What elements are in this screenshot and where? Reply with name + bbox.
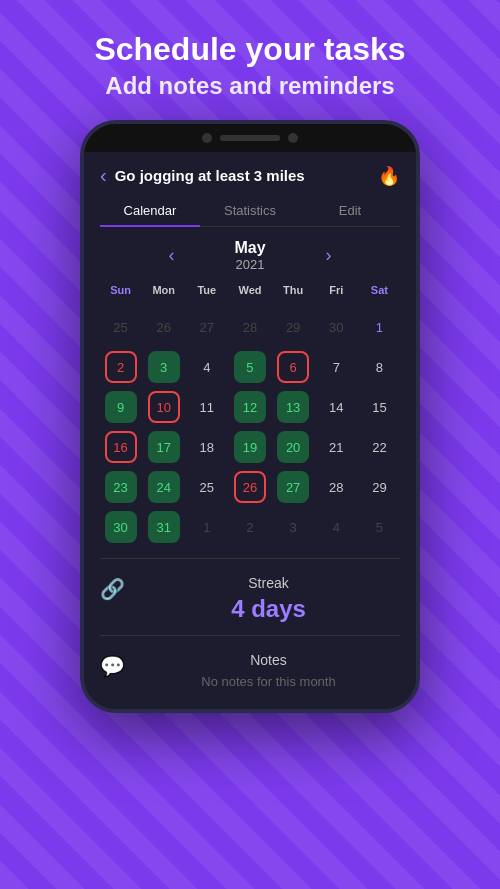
table-row[interactable]: 25 <box>186 468 227 506</box>
day-header-tue: Tue <box>186 280 227 300</box>
table-row[interactable]: 5 <box>359 508 400 546</box>
top-section: Schedule your tasks Add notes and remind… <box>0 0 500 120</box>
table-row[interactable]: 15 <box>359 388 400 426</box>
tab-calendar[interactable]: Calendar <box>100 195 200 226</box>
table-row[interactable]: 9 <box>100 388 141 426</box>
camera-dot-2 <box>288 133 298 143</box>
table-row[interactable]: 12 <box>229 388 270 426</box>
month-year-display: May 2021 <box>234 239 265 272</box>
table-row[interactable]: 17 <box>143 428 184 466</box>
table-row[interactable]: 1 <box>359 308 400 346</box>
table-row[interactable]: 29 <box>273 308 314 346</box>
day-header-thu: Thu <box>273 280 314 300</box>
table-row[interactable]: 6 <box>273 348 314 386</box>
notes-icon: 💬 <box>100 654 125 678</box>
divider-1 <box>100 558 400 559</box>
table-row[interactable]: 31 <box>143 508 184 546</box>
table-row[interactable]: 2 <box>100 348 141 386</box>
streak-label: Streak <box>137 575 400 591</box>
app-header: ‹ Go jogging at least 3 miles 🔥 <box>100 152 400 195</box>
table-row[interactable]: 28 <box>316 468 357 506</box>
app-title: Go jogging at least 3 miles <box>115 167 370 184</box>
table-row[interactable]: 5 <box>229 348 270 386</box>
table-row[interactable]: 3 <box>143 348 184 386</box>
table-row[interactable]: 27 <box>186 308 227 346</box>
table-row[interactable]: 24 <box>143 468 184 506</box>
notes-section: 💬 Notes No notes for this month <box>100 652 400 689</box>
phone-mockup: ‹ Go jogging at least 3 miles 🔥 Calendar… <box>80 120 420 713</box>
table-row[interactable]: 7 <box>316 348 357 386</box>
streak-value: 4 days <box>137 595 400 623</box>
table-row[interactable]: 13 <box>273 388 314 426</box>
subheadline: Add notes and reminders <box>20 72 480 100</box>
streak-content: Streak 4 days <box>137 575 400 623</box>
day-header-mon: Mon <box>143 280 184 300</box>
day-header-wed: Wed <box>229 280 270 300</box>
table-row[interactable]: 1 <box>186 508 227 546</box>
table-row[interactable]: 11 <box>186 388 227 426</box>
day-header-sun: Sun <box>100 280 141 300</box>
streak-section: 🔗 Streak 4 days <box>100 575 400 623</box>
calendar-grid: Sun Mon Tue Wed Thu Fri Sat <box>100 280 400 300</box>
table-row[interactable]: 20 <box>273 428 314 466</box>
table-row[interactable]: 4 <box>186 348 227 386</box>
table-row[interactable]: 18 <box>186 428 227 466</box>
day-header-sat: Sat <box>359 280 400 300</box>
notes-empty-message: No notes for this month <box>137 674 400 689</box>
table-row[interactable]: 10 <box>143 388 184 426</box>
next-month-button[interactable]: › <box>326 245 332 266</box>
phone-body: ‹ Go jogging at least 3 miles 🔥 Calendar… <box>80 120 420 713</box>
table-row[interactable]: 22 <box>359 428 400 466</box>
speaker-bar <box>220 135 280 141</box>
table-row[interactable]: 3 <box>273 508 314 546</box>
table-row[interactable]: 4 <box>316 508 357 546</box>
table-row[interactable]: 27 <box>273 468 314 506</box>
notes-label: Notes <box>137 652 400 668</box>
calendar-days-grid: 2526272829301234567891011121314151617181… <box>100 308 400 546</box>
table-row[interactable]: 21 <box>316 428 357 466</box>
table-row[interactable]: 8 <box>359 348 400 386</box>
phone-notch <box>84 124 416 152</box>
prev-month-button[interactable]: ‹ <box>168 245 174 266</box>
table-row[interactable]: 30 <box>316 308 357 346</box>
table-row[interactable]: 26 <box>143 308 184 346</box>
tab-statistics[interactable]: Statistics <box>200 195 300 226</box>
table-row[interactable]: 16 <box>100 428 141 466</box>
headline: Schedule your tasks <box>20 30 480 68</box>
tab-bar: Calendar Statistics Edit <box>100 195 400 227</box>
year-label: 2021 <box>234 257 265 272</box>
flame-icon[interactable]: 🔥 <box>378 165 400 187</box>
streak-icon: 🔗 <box>100 577 125 601</box>
tab-edit[interactable]: Edit <box>300 195 400 226</box>
table-row[interactable]: 23 <box>100 468 141 506</box>
table-row[interactable]: 14 <box>316 388 357 426</box>
phone-content: ‹ Go jogging at least 3 miles 🔥 Calendar… <box>84 152 416 709</box>
table-row[interactable]: 28 <box>229 308 270 346</box>
table-row[interactable]: 25 <box>100 308 141 346</box>
notes-content: Notes No notes for this month <box>137 652 400 689</box>
calendar-nav: ‹ May 2021 › <box>100 239 400 272</box>
table-row[interactable]: 29 <box>359 468 400 506</box>
table-row[interactable]: 30 <box>100 508 141 546</box>
table-row[interactable]: 2 <box>229 508 270 546</box>
camera-dot <box>202 133 212 143</box>
day-header-fri: Fri <box>316 280 357 300</box>
divider-2 <box>100 635 400 636</box>
month-name: May <box>234 239 265 257</box>
table-row[interactable]: 19 <box>229 428 270 466</box>
table-row[interactable]: 26 <box>229 468 270 506</box>
back-button[interactable]: ‹ <box>100 164 107 187</box>
